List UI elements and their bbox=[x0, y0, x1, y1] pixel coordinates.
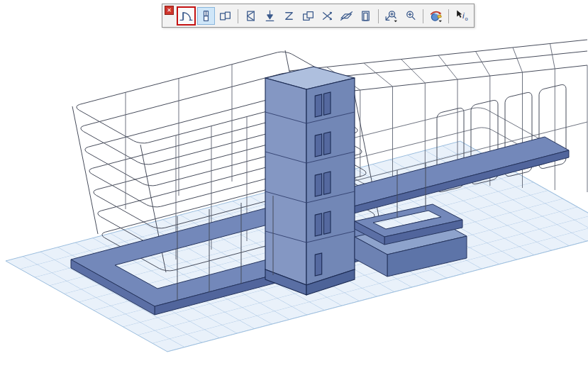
frame-tool-button[interactable] bbox=[357, 7, 375, 25]
sill-height-icon bbox=[282, 9, 296, 23]
window-tool-icon bbox=[199, 9, 213, 23]
columns-back bbox=[126, 65, 232, 209]
toolbar-close-button[interactable]: ✕ bbox=[165, 6, 174, 15]
rebuild-3d-button[interactable] bbox=[427, 7, 445, 25]
door-tool-icon bbox=[179, 9, 193, 23]
zoom-in-button[interactable] bbox=[401, 7, 419, 25]
toolbar-items: i o bbox=[177, 6, 470, 26]
floating-toolbar[interactable]: ✕ bbox=[162, 4, 475, 28]
slant-icon bbox=[340, 9, 353, 23]
toolbar-separator bbox=[378, 9, 379, 23]
mirror-opening-tool-button[interactable] bbox=[318, 7, 336, 25]
mirror-arrows-icon bbox=[321, 9, 334, 23]
window-tool-button[interactable] bbox=[197, 7, 215, 25]
toolbar-separator bbox=[423, 9, 423, 23]
3d-viewport[interactable] bbox=[0, 0, 588, 368]
gravity-tool-button[interactable] bbox=[261, 7, 279, 25]
element-info-button[interactable]: i o bbox=[453, 7, 470, 25]
sill-height-tool-button[interactable] bbox=[280, 7, 298, 25]
wall-opening-icon bbox=[244, 9, 257, 23]
element-info-icon: i o bbox=[455, 9, 468, 23]
toolbar-separator bbox=[238, 9, 238, 23]
zoom-to-selection-icon bbox=[384, 9, 398, 23]
corner-window-icon bbox=[218, 9, 232, 23]
wall-opening-tool-button[interactable] bbox=[242, 7, 260, 25]
tower-left-face bbox=[265, 78, 306, 285]
door-tool-button[interactable] bbox=[177, 6, 196, 26]
svg-text:o: o bbox=[465, 16, 468, 22]
frame-icon bbox=[359, 9, 372, 23]
zoom-in-icon bbox=[404, 9, 417, 23]
corner-window-tool-button[interactable] bbox=[216, 7, 234, 25]
slant-tool-button[interactable] bbox=[338, 7, 355, 25]
gravity-plumb-icon bbox=[263, 9, 277, 23]
duplicate-opening-tool-button[interactable] bbox=[299, 7, 317, 25]
rebuild-3d-icon bbox=[429, 9, 443, 23]
core-tower[interactable] bbox=[265, 67, 355, 295]
duplicate-opening-icon bbox=[301, 9, 315, 23]
toolbar-separator bbox=[448, 9, 449, 23]
zoom-to-selection-button[interactable] bbox=[382, 7, 400, 25]
